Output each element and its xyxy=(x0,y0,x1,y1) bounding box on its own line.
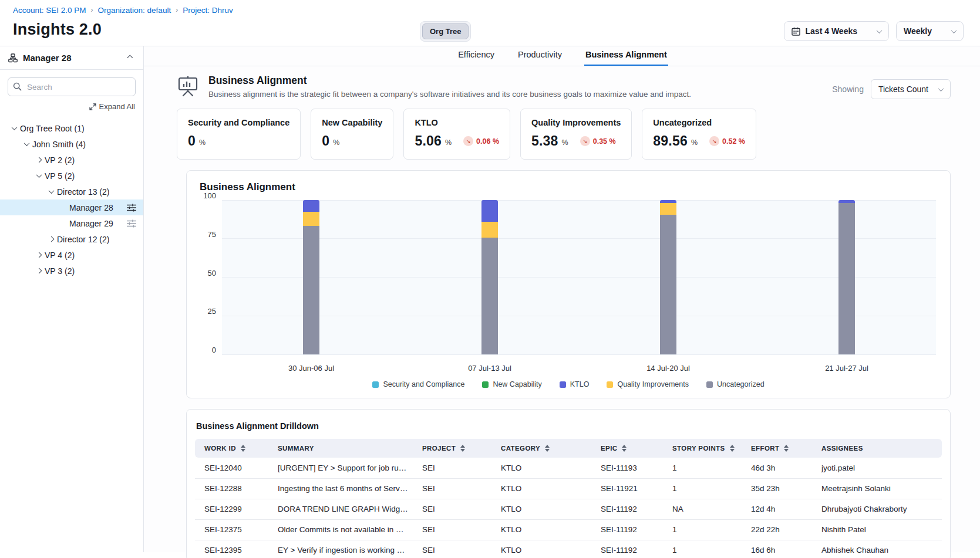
column-header-label: PROJECT xyxy=(422,445,456,452)
tree-item-director-12-2[interactable]: Director 12 (2) xyxy=(0,231,143,247)
table-cell: SEI-12395 xyxy=(195,540,268,558)
filter-sliders-icon[interactable] xyxy=(127,219,136,228)
sort-icon[interactable] xyxy=(622,445,627,452)
metric-card-unit: % xyxy=(562,138,568,147)
column-header-work-id[interactable]: WORK ID xyxy=(195,439,268,458)
tree-toggle[interactable] xyxy=(33,158,45,162)
chevron-right-icon xyxy=(48,236,54,242)
table-cell: KTLO xyxy=(491,458,591,478)
sort-icon[interactable] xyxy=(545,445,550,452)
table-cell: 46d 3h xyxy=(742,458,812,478)
granularity-select[interactable]: Weekly xyxy=(896,21,964,41)
table-row[interactable]: SEI-12299DORA TREND LINE GRAPH Widgets i… xyxy=(195,499,942,519)
breadcrumb-separator-icon: › xyxy=(176,6,178,14)
sort-icon[interactable] xyxy=(460,445,465,452)
table-row[interactable]: SEI-12040[URGENT] EY > Support for job r… xyxy=(195,458,942,478)
table-row[interactable]: SEI-12395EY > Verify if ingestion is wor… xyxy=(195,540,942,558)
bar-segment-quality-improvements xyxy=(481,222,498,237)
chart-y-tick: 100 xyxy=(203,191,216,200)
breadcrumb-link-project[interactable]: Project: Dhruv xyxy=(183,6,233,15)
chart-bar-4[interactable] xyxy=(838,200,855,354)
metric-card-delta-value: 0.35 % xyxy=(593,137,616,146)
tree-toggle[interactable] xyxy=(45,237,57,241)
column-header-project[interactable]: PROJECT xyxy=(413,439,491,458)
metric-card-delta-value: 0.06 % xyxy=(476,137,499,146)
metric-card-new-capability: New Capability0% xyxy=(311,109,393,160)
org-tree-button[interactable]: Org Tree xyxy=(422,23,469,39)
table-row[interactable]: SEI-12288Ingesting the last 6 months of … xyxy=(195,478,942,499)
tab-business-alignment[interactable]: Business Alignment xyxy=(584,46,668,66)
drill-head: WORK IDSUMMARYPROJECTCATEGORYEPICSTORY P… xyxy=(195,439,942,458)
tree-item-label: VP 3 (2) xyxy=(45,266,143,276)
tab-productivity[interactable]: Productivity xyxy=(517,46,563,66)
tree-item-vp-3-2[interactable]: VP 3 (2) xyxy=(0,263,143,279)
table-cell: 35d 23h xyxy=(742,478,812,499)
column-header-label: WORK ID xyxy=(204,445,236,452)
section-description: Business alignment is the strategic fit … xyxy=(208,90,823,99)
column-header-story-points[interactable]: STORY POINTS xyxy=(663,439,742,458)
tree-toggle[interactable] xyxy=(33,269,45,273)
table-cell: 16d 6h xyxy=(742,540,812,558)
tree-item-manager-29[interactable]: Manager 29 xyxy=(0,215,143,231)
legend-item-new-capability[interactable]: New Capability xyxy=(482,380,541,388)
column-header-category[interactable]: CATEGORY xyxy=(491,439,591,458)
breadcrumb-link-account[interactable]: Account: SEI 2.0 PM xyxy=(13,6,86,15)
chart-bar-1[interactable] xyxy=(303,200,319,354)
table-cell: KTLO xyxy=(491,540,591,558)
sidebar-collapse-button[interactable] xyxy=(122,56,134,60)
table-cell: NA xyxy=(663,499,742,519)
sort-icon[interactable] xyxy=(241,445,245,452)
tree-item-john-smith-4[interactable]: John Smith (4) xyxy=(0,136,143,152)
table-cell: 1 xyxy=(663,478,742,499)
tree-item-vp-2-2[interactable]: VP 2 (2) xyxy=(0,152,143,168)
chart-bar-3[interactable] xyxy=(660,200,676,354)
table-row[interactable]: SEI-12375Older Commits is not available … xyxy=(195,519,942,540)
chart-title: Business Alignment xyxy=(200,181,937,193)
date-range-select[interactable]: Last 4 Weeks xyxy=(784,21,889,41)
sidebar-header: Manager 28 xyxy=(0,46,143,70)
legend-item-security-and-compliance[interactable]: Security and Compliance xyxy=(372,380,464,388)
drilldown-title: Business Alignment Drilldown xyxy=(195,418,942,439)
chart-gridline xyxy=(222,200,936,201)
tree-item-director-13-2[interactable]: Director 13 (2) xyxy=(0,184,143,199)
chevron-down-icon xyxy=(11,124,17,130)
tree-item-label: Director 13 (2) xyxy=(57,187,143,197)
tree-item-manager-28[interactable]: Manager 28 xyxy=(0,199,143,215)
sort-icon[interactable] xyxy=(730,445,735,452)
search-icon xyxy=(13,82,22,91)
column-header-effort[interactable]: EFFORT xyxy=(742,439,812,458)
tree-toggle[interactable] xyxy=(8,126,20,130)
tree-item-vp-4-2[interactable]: VP 4 (2) xyxy=(0,247,143,263)
chart-x-label: 14 Jul-20 Jul xyxy=(646,364,690,373)
tree-item-vp-5-2[interactable]: VP 5 (2) xyxy=(0,168,143,184)
drilldown-panel: Business Alignment Drilldown WORK IDSUMM… xyxy=(186,409,951,558)
chart-y-tick: 75 xyxy=(208,229,216,238)
legend-item-uncategorized[interactable]: Uncategorized xyxy=(706,380,765,388)
chart-bar-2[interactable] xyxy=(481,200,498,354)
chart-legend: Security and ComplianceNew CapabilityKTL… xyxy=(200,380,937,388)
tree-toggle[interactable] xyxy=(33,174,45,178)
showing-select[interactable]: Tickets Count xyxy=(871,79,951,99)
legend-item-quality-improvements[interactable]: Quality Improvements xyxy=(607,380,689,388)
filter-sliders-icon[interactable] xyxy=(127,204,136,212)
tree-toggle[interactable] xyxy=(33,253,45,257)
metric-card-delta: ↘0.52 % xyxy=(709,136,745,146)
chart-plot: 0255075100 xyxy=(222,200,936,354)
column-header-epic[interactable]: EPIC xyxy=(591,439,663,458)
tree-toggle[interactable] xyxy=(21,142,32,146)
expand-all-button[interactable]: Expand All xyxy=(0,100,143,116)
chart-y-tick: 0 xyxy=(212,346,216,354)
breadcrumb-link-organization[interactable]: Organization: default xyxy=(98,6,171,15)
table-cell: SEI-12288 xyxy=(195,478,268,499)
legend-item-ktlo[interactable]: KTLO xyxy=(560,380,590,388)
tab-efficiency[interactable]: Efficiency xyxy=(457,46,496,66)
tree-toggle[interactable] xyxy=(45,190,57,194)
search-input[interactable] xyxy=(8,77,136,96)
tree-item-org-tree-root-1[interactable]: Org Tree Root (1) xyxy=(0,120,143,136)
metric-card-title: Security and Compliance xyxy=(188,118,289,127)
sort-icon[interactable] xyxy=(784,445,789,452)
breadcrumb-separator-icon: › xyxy=(91,6,93,14)
tree-item-label: VP 4 (2) xyxy=(45,251,143,260)
chevron-down-icon xyxy=(36,172,42,178)
table-cell: Ingesting the last 6 months of ServiceN.… xyxy=(268,478,413,499)
